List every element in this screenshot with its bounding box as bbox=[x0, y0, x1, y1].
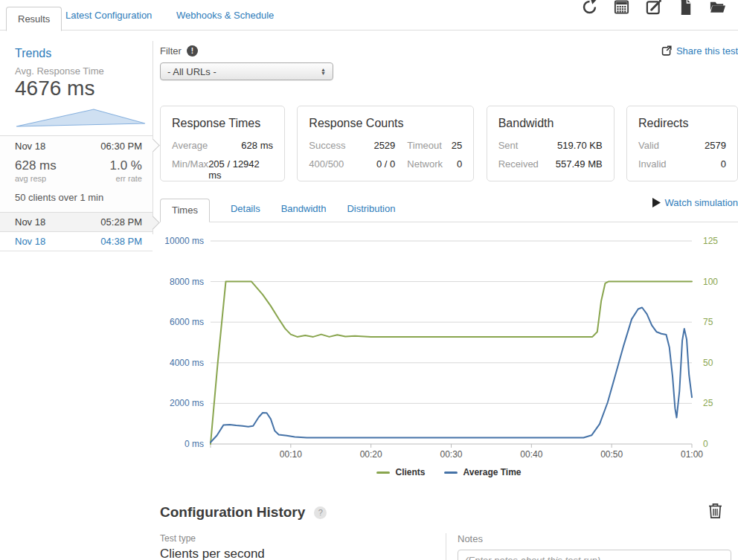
watch-simulation-link[interactable]: Watch simulation bbox=[652, 197, 738, 208]
edit-icon[interactable] bbox=[645, 0, 662, 16]
stat-label: Average bbox=[172, 140, 208, 151]
run-time: 05:28 PM bbox=[100, 216, 142, 228]
stat-label: Sent bbox=[498, 140, 519, 151]
card-title: Response Times bbox=[172, 117, 273, 130]
legend-label: Clients bbox=[395, 467, 425, 477]
trend-sparkline bbox=[15, 103, 146, 129]
run-row[interactable]: Nov 18 06:30 PM bbox=[0, 136, 153, 155]
stat-value: 557.49 MB bbox=[556, 158, 603, 170]
legend-item-average-time[interactable]: Average Time bbox=[444, 467, 521, 477]
svg-text:00:50: 00:50 bbox=[600, 449, 623, 460]
trends-title[interactable]: Trends bbox=[15, 47, 153, 60]
play-icon bbox=[652, 198, 661, 207]
svg-text:00:40: 00:40 bbox=[520, 449, 542, 460]
run-date: Nov 18 bbox=[15, 236, 45, 247]
calendar-grid-icon[interactable] bbox=[613, 0, 630, 16]
notes-label: Notes bbox=[458, 533, 738, 544]
share-test-link[interactable]: Share this test bbox=[661, 45, 738, 57]
summary-cards: Response Times Average628 ms Min/Max205 … bbox=[160, 106, 738, 181]
stat-label: Invalid bbox=[638, 158, 667, 170]
bandwidth-card: Bandwidth Sent519.70 KB Received557.49 M… bbox=[487, 106, 615, 181]
svg-text:00:10: 00:10 bbox=[280, 449, 302, 460]
tab-latest-configuration[interactable]: Latest Configuration bbox=[65, 10, 152, 21]
svg-text:10000 ms: 10000 ms bbox=[164, 236, 204, 246]
notes-textarea[interactable] bbox=[458, 550, 731, 560]
folder-open-icon[interactable] bbox=[709, 0, 726, 16]
share-label: Share this test bbox=[676, 45, 738, 57]
stat-label: Valid bbox=[638, 140, 659, 151]
card-title: Redirects bbox=[638, 117, 726, 130]
stat-value: 519.70 KB bbox=[557, 140, 603, 151]
chart-tab-details[interactable]: Details bbox=[231, 203, 260, 222]
svg-text:01:00: 01:00 bbox=[681, 449, 703, 460]
svg-text:125: 125 bbox=[703, 236, 718, 246]
selected-run-pointer bbox=[146, 216, 159, 230]
stat-label: Success bbox=[309, 140, 345, 151]
stat-value: 628 ms bbox=[241, 140, 273, 151]
run-item-latest: Nov 18 06:30 PM 628 ms 1.0 % avg resp er… bbox=[0, 135, 153, 213]
svg-text:25: 25 bbox=[703, 398, 713, 408]
svg-text:6000 ms: 6000 ms bbox=[170, 317, 204, 327]
document-icon[interactable] bbox=[677, 0, 694, 16]
svg-text:100: 100 bbox=[703, 277, 718, 287]
redirects-card: Redirects Valid2579 Invalid0 bbox=[626, 106, 738, 181]
chart-tab-bandwidth[interactable]: Bandwidth bbox=[281, 203, 327, 222]
svg-text:0: 0 bbox=[703, 439, 708, 449]
trends-sidebar: Trends Avg. Response Time 4676 ms Nov 18… bbox=[0, 41, 153, 251]
stat-value: 2579 bbox=[705, 140, 726, 151]
run-avg-response: 628 ms bbox=[15, 158, 57, 173]
clients-series-swatch bbox=[376, 472, 390, 474]
tab-webhooks-schedule[interactable]: Webhooks & Schedule bbox=[176, 10, 274, 21]
stat-value: 205 / 12942 ms bbox=[208, 158, 273, 181]
test-type-value: Clients per second bbox=[160, 547, 446, 560]
watch-simulation-label: Watch simulation bbox=[665, 197, 738, 208]
legend-label: Average Time bbox=[463, 467, 521, 477]
run-details: 628 ms 1.0 % avg resp err rate 50 client… bbox=[0, 155, 153, 212]
svg-text:00:20: 00:20 bbox=[360, 449, 382, 460]
run-row[interactable]: Nov 18 04:38 PM bbox=[0, 232, 153, 251]
stat-label: Min/Max bbox=[172, 158, 208, 181]
svg-text:2000 ms: 2000 ms bbox=[170, 398, 204, 408]
chart-tab-bar: Times Details Bandwidth Distribution Wat… bbox=[160, 199, 738, 222]
run-time: 04:38 PM bbox=[100, 236, 142, 247]
run-time: 06:30 PM bbox=[100, 141, 142, 152]
stat-label: Network bbox=[407, 158, 443, 170]
stat-label: Received bbox=[498, 158, 539, 170]
card-title: Bandwidth bbox=[498, 117, 603, 130]
tab-results[interactable]: Results bbox=[6, 7, 62, 31]
svg-text:8000 ms: 8000 ms bbox=[170, 277, 204, 287]
stat-value: 0 / 0 bbox=[376, 158, 395, 170]
trash-icon bbox=[707, 502, 723, 519]
chart-tab-times[interactable]: Times bbox=[160, 199, 210, 222]
select-arrows-icon: ▲▼ bbox=[321, 68, 326, 75]
avg-response-time-label: Avg. Response Time bbox=[15, 65, 153, 77]
stat-label: 400/500 bbox=[309, 158, 344, 170]
legend-item-clients[interactable]: Clients bbox=[376, 467, 425, 477]
filter-label: Filter bbox=[160, 45, 182, 57]
filter-info-icon[interactable]: ! bbox=[187, 45, 198, 57]
test-type-label: Test type bbox=[160, 533, 446, 544]
url-filter-select[interactable]: - All URLs - ▲▼ bbox=[160, 62, 333, 80]
column-divider bbox=[446, 533, 446, 560]
stat-value: 0 bbox=[457, 158, 462, 170]
share-icon bbox=[661, 45, 672, 57]
response-times-card: Response Times Average628 ms Min/Max205 … bbox=[160, 106, 285, 181]
top-tab-bar: Results Latest Configuration Webhooks & … bbox=[0, 0, 738, 30]
run-history-list: Nov 18 06:30 PM 628 ms 1.0 % avg resp er… bbox=[0, 135, 153, 251]
stat-value: 0 bbox=[721, 158, 726, 170]
run-row-selected[interactable]: Nov 18 05:28 PM bbox=[0, 213, 153, 232]
refresh-icon[interactable] bbox=[581, 0, 598, 16]
average-time-series-swatch bbox=[444, 472, 458, 474]
svg-text:75: 75 bbox=[703, 317, 713, 327]
svg-text:50: 50 bbox=[703, 358, 713, 368]
run-summary: 50 clients over 1 min bbox=[15, 192, 142, 203]
card-title: Response Counts bbox=[309, 117, 462, 130]
svg-text:0 ms: 0 ms bbox=[184, 439, 204, 449]
run-date: Nov 18 bbox=[15, 141, 45, 152]
help-icon[interactable]: ? bbox=[314, 506, 327, 519]
delete-run-button[interactable] bbox=[707, 502, 723, 522]
chart-tab-distribution[interactable]: Distribution bbox=[347, 203, 395, 222]
svg-text:00:30: 00:30 bbox=[440, 449, 462, 460]
url-filter-value: - All URLs - bbox=[167, 66, 216, 77]
stat-value: 25 bbox=[452, 140, 462, 151]
